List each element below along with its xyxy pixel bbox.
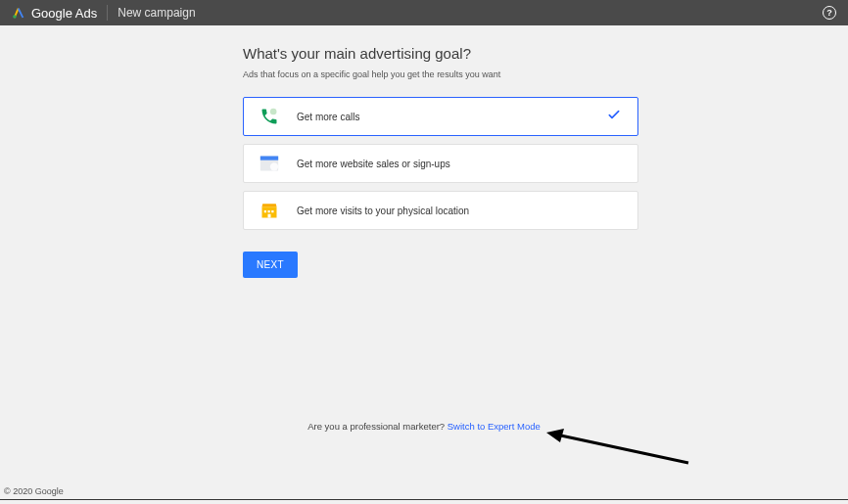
goal-option-website[interactable]: Get more website sales or sign-ups — [243, 144, 638, 183]
page-name: New campaign — [118, 6, 195, 20]
goal-option-label: Get more visits to your physical locatio… — [297, 206, 469, 216]
browser-icon — [259, 154, 279, 173]
product-name: Google Ads — [31, 6, 97, 21]
expert-mode-link[interactable]: Switch to Expert Mode — [448, 421, 541, 432]
svg-rect-9 — [268, 214, 271, 218]
page-heading: What's your main advertising goal? — [243, 45, 638, 62]
phone-icon — [259, 107, 279, 126]
goal-option-label: Get more website sales or sign-ups — [297, 159, 450, 169]
goal-option-location[interactable]: Get more visits to your physical locatio… — [243, 191, 638, 230]
expert-mode-prompt: Are you a professional marketer? Switch … — [0, 421, 848, 432]
svg-rect-7 — [268, 210, 270, 212]
svg-rect-8 — [271, 210, 273, 212]
goal-option-label: Get more calls — [297, 112, 359, 122]
expert-mode-text: Are you a professional marketer? — [307, 421, 448, 432]
google-ads-logo-icon — [12, 6, 25, 20]
svg-rect-6 — [264, 210, 266, 212]
annotation-arrow-icon — [546, 429, 693, 468]
goal-option-calls[interactable]: Get more calls — [243, 97, 638, 136]
help-icon[interactable]: ? — [823, 6, 836, 20]
page-subheading: Ads that focus on a specific goal help y… — [243, 69, 638, 79]
checkmark-icon — [606, 107, 622, 126]
svg-rect-3 — [260, 157, 278, 160]
svg-point-0 — [13, 15, 16, 18]
copyright-text: © 2020 Google — [4, 486, 64, 496]
main-content: What's your main advertising goal? Ads t… — [0, 25, 848, 278]
top-bar: Google Ads New campaign ? — [0, 0, 848, 25]
logo-group: Google Ads — [12, 6, 97, 21]
header-divider — [107, 5, 108, 21]
svg-point-1 — [270, 109, 277, 115]
svg-point-4 — [270, 162, 278, 170]
next-button[interactable]: NEXT — [243, 252, 298, 278]
bottom-border — [0, 499, 848, 500]
svg-line-10 — [556, 435, 688, 463]
store-icon — [259, 201, 279, 220]
